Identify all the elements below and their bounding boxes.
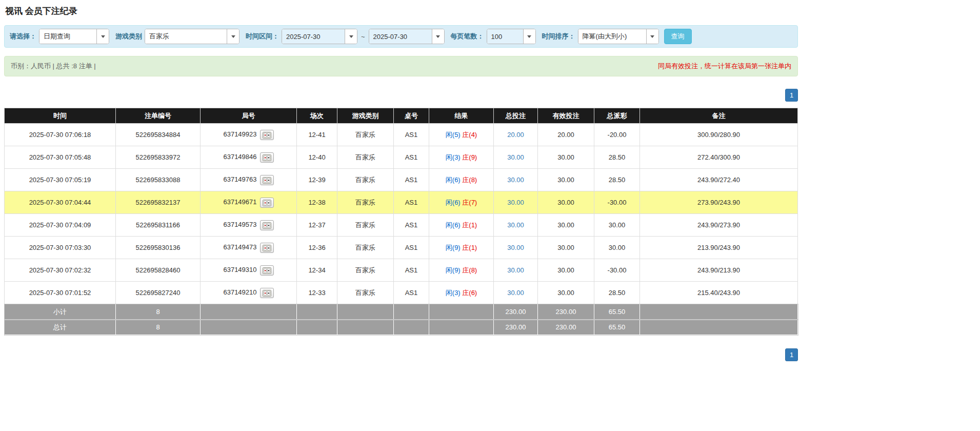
round-cell: 637149923 xyxy=(201,124,297,146)
date-to-picker[interactable]: 2025-07-30 xyxy=(369,29,445,44)
search-button[interactable]: 查询 xyxy=(664,29,692,44)
total-bet-link[interactable]: 20.00 xyxy=(507,131,524,139)
subtotal-row-cell xyxy=(394,304,429,320)
summary-bar: 币别：人民币 | 总共 :8 注单 | 同局有效投注，统一计算在该局第一张注单内 xyxy=(4,56,798,76)
round-cards-icon[interactable] xyxy=(260,265,274,276)
page-button-1[interactable]: 1 xyxy=(785,348,798,361)
game-type-cell: 百家乐 xyxy=(337,124,394,146)
round-cards-icon[interactable] xyxy=(260,152,274,163)
total-bet-cell: 30.00 xyxy=(494,191,538,214)
result-cell: 闲(5) 庄(4) xyxy=(429,124,494,146)
chevron-down-icon[interactable] xyxy=(227,29,239,44)
round-cards-icon[interactable] xyxy=(260,198,274,208)
remark-cell: 272.40/300.90 xyxy=(640,146,798,169)
chevron-down-icon[interactable] xyxy=(96,29,109,44)
total-bet-link[interactable]: 30.00 xyxy=(507,266,524,274)
result-cell: 闲(3) 庄(6) xyxy=(429,282,494,304)
column-header: 总投注 xyxy=(494,108,538,124)
range-separator: ~ xyxy=(361,33,365,41)
round-cell: 637149310 xyxy=(201,259,297,282)
column-header: 场次 xyxy=(297,108,337,124)
total-row-cell: 230.00 xyxy=(538,320,594,335)
query-type-label: 请选择： xyxy=(10,32,36,41)
game-type-cell: 百家乐 xyxy=(337,146,394,169)
column-header: 局号 xyxy=(201,108,297,124)
payout-cell: 30.00 xyxy=(594,214,640,237)
date-from-picker[interactable]: 2025-07-30 xyxy=(282,29,357,44)
game-type-cell: 百家乐 xyxy=(337,237,394,259)
subtotal-row-cell: 230.00 xyxy=(538,304,594,320)
session-cell: 12-36 xyxy=(297,237,337,259)
remark-cell: 243.90/272.40 xyxy=(640,169,798,191)
result-cell: 闲(6) 庄(7) xyxy=(429,191,494,214)
round-cards-icon[interactable] xyxy=(260,288,274,298)
valid-bet-cell: 30.00 xyxy=(538,237,594,259)
chevron-down-icon[interactable] xyxy=(523,29,535,44)
bet-row: 2025-07-30 07:02:32522695828460637149310… xyxy=(5,259,798,282)
total-bet-cell: 30.00 xyxy=(494,259,538,282)
page-button-1[interactable]: 1 xyxy=(785,89,798,102)
chevron-down-icon[interactable] xyxy=(432,29,444,44)
round-number: 637149573 xyxy=(223,221,256,228)
table-no-cell: AS1 xyxy=(394,169,429,191)
bet-row: 2025-07-30 07:06:18522695834884637149923… xyxy=(5,124,798,146)
payout-cell: 30.00 xyxy=(594,237,640,259)
player-result: 闲(6) xyxy=(446,199,461,206)
column-header: 时间 xyxy=(5,108,116,124)
subtotal-row-cell xyxy=(429,304,494,320)
game-type-dropdown[interactable]: 百家乐 xyxy=(145,29,239,44)
result-cell: 闲(9) 庄(1) xyxy=(429,237,494,259)
total-bet-cell: 30.00 xyxy=(494,282,538,304)
sort-order-dropdown[interactable]: 降冪(由大到小) xyxy=(578,29,659,44)
query-type-dropdown[interactable]: 日期查询 xyxy=(39,29,109,44)
banker-result: 庄(9) xyxy=(462,153,477,161)
chevron-down-icon[interactable] xyxy=(345,29,357,44)
total-row-cell xyxy=(429,320,494,335)
valid-bet-cell: 20.00 xyxy=(538,124,594,146)
total-bet-cell: 30.00 xyxy=(494,214,538,237)
per-page-dropdown[interactable]: 100 xyxy=(487,29,536,44)
time-cell: 2025-07-30 07:02:32 xyxy=(5,259,116,282)
round-number: 637149846 xyxy=(223,153,256,161)
time-cell: 2025-07-30 07:04:44 xyxy=(5,191,116,214)
banker-result: 庄(7) xyxy=(462,199,477,206)
game-type-cell: 百家乐 xyxy=(337,169,394,191)
round-number: 637149763 xyxy=(223,175,256,183)
caret-shape xyxy=(231,35,235,38)
table-no-cell: AS1 xyxy=(394,191,429,214)
round-cards-icon[interactable] xyxy=(260,175,274,185)
remark-cell: 243.90/273.90 xyxy=(640,214,798,237)
bet-row: 2025-07-30 07:04:44522695832137637149671… xyxy=(5,191,798,214)
query-type-value: 日期查询 xyxy=(39,29,96,44)
round-cards-icon[interactable] xyxy=(260,220,274,230)
time-cell: 2025-07-30 07:01:52 xyxy=(5,282,116,304)
total-row-cell xyxy=(337,320,394,335)
total-bet-link[interactable]: 30.00 xyxy=(507,289,524,297)
total-bet-link[interactable]: 30.00 xyxy=(507,153,524,161)
round-cards-icon[interactable] xyxy=(260,243,274,253)
notice-text: 同局有效投注，统一计算在该局第一张注单内 xyxy=(658,62,791,71)
session-cell: 12-37 xyxy=(297,214,337,237)
chevron-down-icon[interactable] xyxy=(646,29,658,44)
caret-shape xyxy=(650,35,654,38)
total-row-cell xyxy=(640,320,798,335)
total-bet-link[interactable]: 30.00 xyxy=(507,244,524,251)
column-header: 桌号 xyxy=(394,108,429,124)
total-bet-cell: 20.00 xyxy=(494,124,538,146)
pagination-bottom: 1 xyxy=(4,348,798,361)
column-header: 游戏类别 xyxy=(337,108,394,124)
page-title: 视讯 会员下注纪录 xyxy=(5,5,798,17)
currency-summary-text: 币别：人民币 | 总共 :8 注单 | xyxy=(11,62,96,71)
remark-cell: 215.40/243.90 xyxy=(640,282,798,304)
table-no-cell: AS1 xyxy=(394,124,429,146)
valid-bet-cell: 30.00 xyxy=(538,191,594,214)
round-cards-icon[interactable] xyxy=(260,130,274,140)
round-number: 637149210 xyxy=(223,288,256,296)
valid-bet-cell: 30.00 xyxy=(538,214,594,237)
total-bet-link[interactable]: 30.00 xyxy=(507,176,524,184)
round-cell: 637149671 xyxy=(201,191,297,214)
total-bet-link[interactable]: 30.00 xyxy=(507,199,524,206)
total-bet-link[interactable]: 30.00 xyxy=(507,221,524,229)
payout-cell: -30.00 xyxy=(594,259,640,282)
column-header: 结果 xyxy=(429,108,494,124)
